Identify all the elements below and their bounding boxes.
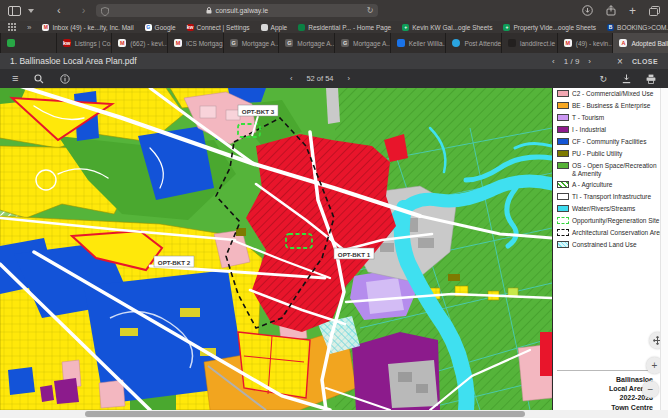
bookmark-favicon: + [402,24,409,31]
download-icon[interactable] [622,70,631,88]
page-indicator: 52 of 54 [306,74,333,83]
bookmarks-overflow-chevron[interactable]: » [27,23,31,32]
bookmark-item[interactable]: + Property Vide...oogle Sheets [503,24,596,31]
browser-tab[interactable]: M (49) - kevin... [557,33,613,53]
bookmark-favicon [261,24,268,31]
bookmark-favicon: kw [187,24,194,31]
sidebar-icon[interactable] [8,6,21,16]
close-button[interactable]: CLOSE [632,58,658,65]
browser-tab[interactable]: G Mortgage A... [278,33,334,53]
legend-item: Architectural Conservation Area [553,227,660,239]
tab-label: Mortgage A... [242,40,279,47]
tab-label: Listings | Co... [75,40,112,47]
tab-favicon: G [285,39,293,47]
legend-item: TI - Transport Infrastructure [553,191,660,203]
bookmark-item[interactable]: Apple [261,24,288,31]
legend-item: Water/Rivers/Streams [553,203,660,215]
browser-tab[interactable]: A Adopted Ball... [612,33,668,53]
bookmark-favicon: B [607,24,614,31]
bookmark-item[interactable]: M Inbox (49) - ke...ity, Inc. Mail [42,24,133,31]
bookmark-item[interactable]: kw Connect | Settings [187,24,250,31]
horizontal-scrollbar-thumb[interactable] [85,411,525,417]
bookmark-item[interactable]: G Google [145,24,176,31]
bookmark-item[interactable]: Residential P... - Home Page [298,24,391,31]
legend-item: CF - Community Facilities [553,136,660,148]
legend-swatch [557,138,569,145]
browser-tab[interactable]: G Mortgage A... [223,33,279,53]
share-icon[interactable] [606,5,616,16]
print-icon[interactable] [646,70,656,88]
page-prev-button[interactable]: ‹ [290,74,293,83]
browser-tab[interactable]: Keller Willia... [390,33,446,53]
legend-label: C2 - Commercial/Mixed Use [572,90,653,98]
tab-favicon: M [174,39,182,47]
reload-icon[interactable]: ↻ [367,6,374,15]
bookmark-grid-icon[interactable] [8,23,16,31]
legend-swatch [557,126,569,133]
legend-swatch [557,229,569,236]
back-button[interactable]: ‹ [57,5,61,16]
legend-swatch [557,90,569,97]
legend-label: BE - Business & Enterprise [572,102,650,110]
tab-overview-icon[interactable] [649,6,660,16]
close-x-icon[interactable]: × [617,56,623,67]
tab-favicon: M [118,39,126,47]
browser-toolbar: ‹ › consult.galway.ie ↻ + [0,0,668,21]
tab-label: Adopted Ball... [631,40,668,47]
horizontal-scrollbar[interactable] [0,410,668,418]
bookmark-label: Property Vide...oogle Sheets [513,24,596,31]
info-icon[interactable] [60,70,70,88]
browser-tab[interactable]: Post Attende... [445,33,501,53]
tab-label: Keller Willia... [409,40,446,47]
doc-prev-button[interactable]: ‹ [552,57,555,66]
pdf-doc-title: 1. Ballinasloe Local Area Plan.pdf [10,56,137,66]
legend-item: Opportunity/Regeneration Site [553,215,660,227]
zoom-out-button[interactable]: − [642,381,659,398]
browser-tab[interactable]: landdirect.ie [501,33,557,53]
tab-label: ICS Mortgag... [186,40,223,47]
zoning-map[interactable]: OPT-BKT 3 OPT-BKT 2 OPT-BKT 1 [0,88,552,410]
opt-bkt-3-label: OPT-BKT 3 [242,108,275,115]
bookmark-label: Apple [271,24,288,31]
menu-icon[interactable]: ≡ [12,73,18,84]
browser-tab[interactable]: M (662) - kevi... [111,33,167,53]
bookmark-favicon [298,24,305,31]
legend-label: Architectural Conservation Area [572,229,658,237]
legend-swatch [557,181,569,188]
rotate-icon[interactable]: ↻ [599,74,607,84]
bookmark-item[interactable]: + Kevin KW Gal...ogle Sheets [402,24,492,31]
bookmark-item[interactable]: B BOOKING>COM... - Calendar [607,24,668,31]
legend-label: CF - Community Facilities [572,138,646,146]
address-bar[interactable]: consult.galway.ie ↻ [96,4,378,17]
browser-window: ‹ › consult.galway.ie ↻ + [0,0,668,418]
bookmark-favicon: G [145,24,152,31]
page-next-button[interactable]: › [348,74,351,83]
pdf-header: 1. Ballinasloe Local Area Plan.pdf ‹ 1 /… [0,53,668,69]
privacy-shield-icon[interactable] [101,7,109,17]
search-icon[interactable] [34,70,44,88]
legend-item: Constrained Land Use [553,239,660,251]
doc-next-button[interactable]: › [588,57,591,66]
browser-tab[interactable] [0,33,56,53]
browser-tab[interactable]: M ICS Mortgag... [167,33,223,53]
vertical-scrollbar[interactable] [660,88,668,410]
tab-favicon: kw [63,39,71,47]
legend-label: Water/Rivers/Streams [572,205,635,213]
chevron-down-icon[interactable] [28,9,34,13]
browser-tab[interactable]: G Mortgage A... [334,33,390,53]
legend-swatch [557,193,569,200]
bookmark-label: Kevin KW Gal...ogle Sheets [412,24,492,31]
legend-label: TI - Transport Infrastructure [572,193,651,201]
legend-item: C2 - Commercial/Mixed Use [553,88,660,100]
bookmark-label: Inbox (49) - ke...ity, Inc. Mail [52,24,133,31]
tab-favicon [508,39,516,47]
browser-tab[interactable]: kw Listings | Co... [56,33,112,53]
downloads-icon[interactable] [582,5,593,16]
legend-swatch [557,150,569,157]
bookmark-label: BOOKING>COM... - Calendar [617,24,668,31]
tab-favicon: M [564,39,572,47]
legend-label: OS - Open Space/Recreation & Amenity [572,162,658,178]
forward-button[interactable]: › [82,5,86,16]
legend-item: I - Industrial [553,124,660,136]
new-tab-button[interactable]: + [629,5,636,17]
